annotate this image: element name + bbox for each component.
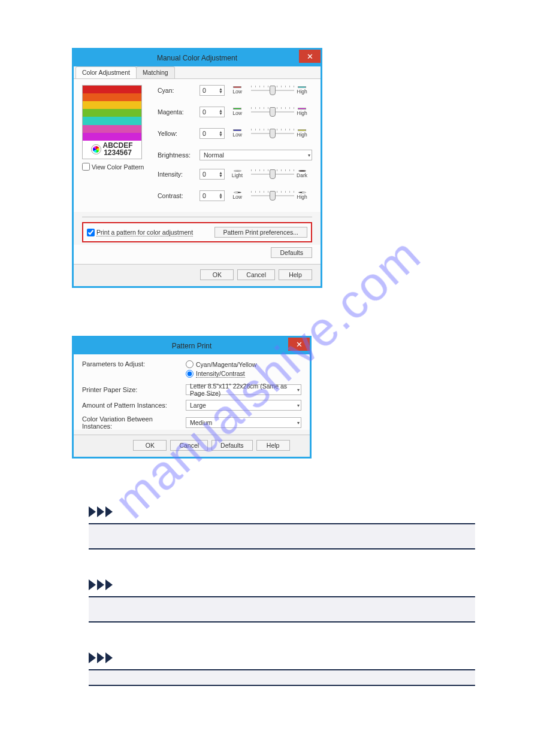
yellow-slider[interactable] [251, 130, 294, 137]
brightness-label: Brightness: [158, 151, 196, 159]
paper-size-value: Letter 8.5"x11" 22x28cm (Same as Page Si… [190, 382, 297, 397]
ok-button[interactable]: OK [200, 269, 234, 280]
ok-button[interactable]: OK [133, 440, 167, 451]
cyan-high-swatch: High [298, 86, 306, 95]
spinner-arrows-icon: ▲▼ [219, 171, 223, 177]
amount-value: Large [190, 402, 206, 409]
variation-value: Medium [190, 419, 212, 426]
radio-ic-label: Intensity/Contrast [196, 370, 245, 378]
tab-matching[interactable]: Matching [136, 66, 175, 78]
spinner-arrows-icon: ▲▼ [219, 109, 223, 115]
cancel-button[interactable]: Cancel [237, 269, 275, 280]
chevron-heading-icon [89, 506, 475, 517]
note-section-3 [89, 652, 475, 686]
contrast-low-icon: Low [233, 192, 241, 200]
contrast-spinner[interactable]: 0 ▲▼ [200, 190, 225, 201]
note-section-1 [89, 506, 475, 549]
dialog-title: Manual Color Adjustment [157, 54, 237, 62]
intensity-slider[interactable] [251, 171, 294, 178]
radio-cmy-label: Cyan/Magenta/Yellow [196, 361, 256, 368]
magenta-spinner[interactable]: 0 ▲▼ [200, 107, 225, 117]
note-box [89, 669, 475, 686]
close-icon: ✕ [296, 341, 303, 348]
view-color-pattern-label: View Color Pattern [92, 163, 144, 171]
magenta-slider[interactable] [251, 108, 294, 116]
radio-cmy[interactable]: Cyan/Magenta/Yellow [186, 360, 301, 368]
cancel-button[interactable]: Cancel [170, 440, 208, 451]
variation-select[interactable]: Medium ▾ [186, 417, 301, 428]
radio-ic-input[interactable] [186, 370, 194, 378]
manual-color-adjustment-dialog: Manual Color Adjustment ✕ Color Adjustme… [72, 48, 322, 288]
brightness-select[interactable]: Normal ▾ [200, 150, 312, 160]
radio-intensity-contrast[interactable]: Intensity/Contrast [186, 370, 301, 378]
pattern-print-dialog: Pattern Print ✕ Parameters to Adjust: Cy… [72, 336, 312, 459]
note-box [89, 596, 475, 623]
button-bar: OK Cancel Defaults Help [74, 435, 310, 457]
intensity-label: Intensity: [158, 171, 196, 178]
close-button[interactable]: ✕ [299, 50, 321, 63]
chevron-down-icon: ▾ [308, 153, 310, 158]
amount-label: Amount of Pattern Instances: [82, 402, 181, 409]
note-box [89, 523, 475, 549]
contrast-slider[interactable] [251, 192, 294, 199]
yellow-spinner[interactable]: 0 ▲▼ [200, 128, 225, 139]
cyan-label: Cyan: [158, 87, 196, 94]
print-pattern-checkbox[interactable]: Print a pattern for color adjustment [87, 229, 193, 236]
color-wheel-icon [92, 145, 101, 154]
magenta-high-swatch: High [298, 108, 306, 116]
cyan-spinner[interactable]: 0 ▲▼ [200, 85, 225, 96]
close-button[interactable]: ✕ [288, 338, 310, 351]
magenta-label: Magenta: [158, 108, 196, 116]
intensity-light-icon: Light [233, 170, 241, 178]
note-section-2 [89, 579, 475, 623]
titlebar: Pattern Print ✕ [74, 338, 310, 354]
amount-select[interactable]: Large ▾ [186, 400, 301, 411]
chevron-down-icon: ▾ [297, 420, 300, 426]
spinner-arrows-icon: ▲▼ [219, 130, 223, 136]
brightness-value: Normal [204, 151, 224, 159]
radio-cmy-input[interactable] [186, 360, 194, 368]
view-color-pattern-checkbox[interactable]: View Color Pattern [82, 163, 149, 171]
parameters-label: Parameters to Adjust: [82, 360, 181, 368]
paper-size-label: Printer Paper Size: [82, 386, 181, 393]
print-pattern-input[interactable] [87, 229, 95, 236]
pattern-print-preferences-button[interactable]: Pattern Print preferences... [214, 227, 307, 238]
preview-text-2: 1234567 [104, 148, 132, 157]
chevron-down-icon: ▾ [297, 387, 300, 393]
chevron-heading-icon [89, 579, 475, 590]
intensity-dark-icon: Dark [298, 170, 306, 178]
help-button[interactable]: Help [256, 440, 290, 451]
close-icon: ✕ [307, 53, 313, 60]
spinner-arrows-icon: ▲▼ [219, 87, 223, 93]
yellow-high-swatch: High [298, 129, 306, 138]
magenta-value: 0 [202, 108, 206, 116]
yellow-value: 0 [202, 130, 206, 137]
cyan-value: 0 [202, 87, 206, 94]
intensity-spinner[interactable]: 0 ▲▼ [200, 169, 225, 180]
variation-label: Color Variation Between Instances: [82, 415, 181, 430]
cyan-slider[interactable] [251, 87, 294, 94]
spinner-arrows-icon: ▲▼ [219, 193, 223, 199]
intensity-value: 0 [202, 171, 206, 178]
contrast-value: 0 [202, 192, 206, 199]
print-pattern-label: Print a pattern for color adjustment [96, 229, 193, 236]
chevron-down-icon: ▾ [297, 403, 300, 408]
yellow-low-swatch: Low [233, 129, 241, 138]
paper-size-select[interactable]: Letter 8.5"x11" 22x28cm (Same as Page Si… [186, 384, 301, 395]
defaults-button[interactable]: Defaults [211, 440, 253, 451]
dialog-title: Pattern Print [172, 342, 212, 350]
help-button[interactable]: Help [279, 269, 312, 280]
print-pattern-row: Print a pattern for color adjustment Pat… [82, 222, 312, 242]
tabstrip: Color Adjustment Matching [74, 66, 321, 79]
contrast-high-icon: High [298, 192, 306, 200]
button-bar: OK Cancel Help [74, 264, 321, 286]
tab-color-adjustment[interactable]: Color Adjustment [75, 66, 137, 78]
preview-image: ABCDEF 1234567 [82, 85, 142, 159]
yellow-label: Yellow: [158, 130, 196, 137]
defaults-button[interactable]: Defaults [271, 247, 312, 258]
cyan-low-swatch: Low [233, 86, 241, 95]
view-color-pattern-input[interactable] [82, 163, 90, 171]
magenta-low-swatch: Low [233, 108, 241, 116]
titlebar: Manual Color Adjustment ✕ [74, 50, 321, 66]
chevron-heading-icon [89, 652, 475, 663]
